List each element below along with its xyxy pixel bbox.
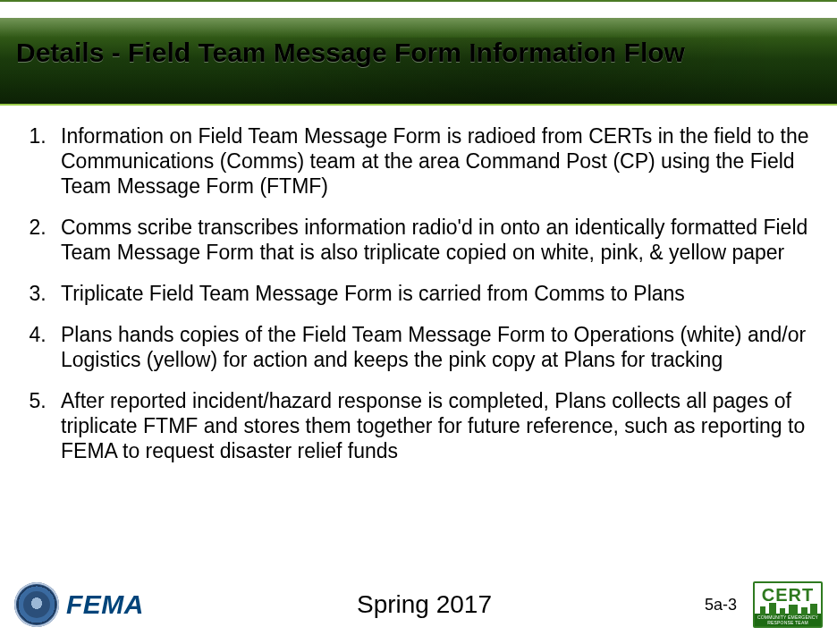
cert-full-name: COMMUNITY EMERGENCY RESPONSE TEAM [755, 614, 821, 625]
list-item: Information on Field Team Message Form i… [52, 123, 812, 199]
slide: Details - Field Team Message Form Inform… [0, 0, 837, 644]
fema-wordmark: FEMA [66, 589, 144, 620]
list-item: Triplicate Field Team Message Form is ca… [52, 281, 812, 306]
page-number: 5a-3 [705, 596, 737, 614]
numbered-list: Information on Field Team Message Form i… [25, 123, 812, 464]
content-area: Information on Field Team Message Form i… [0, 107, 837, 574]
title-band: Details - Field Team Message Form Inform… [0, 0, 837, 107]
footer: FEMA Spring 2017 5a-3 CERT COMMUNITY EME… [0, 574, 837, 644]
cert-skyline-icon [755, 603, 821, 615]
list-item: Plans hands copies of the Field Team Mes… [52, 322, 812, 372]
title-band-underline [0, 104, 837, 107]
slide-title: Details - Field Team Message Form Inform… [16, 38, 821, 68]
dhs-seal-icon [14, 582, 59, 627]
fema-logo: FEMA [14, 582, 144, 627]
list-item: Comms scribe transcribes information rad… [52, 215, 812, 265]
footer-center-text: Spring 2017 [156, 590, 692, 619]
cert-logo: CERT COMMUNITY EMERGENCY RESPONSE TEAM [753, 581, 823, 628]
footer-right: 5a-3 CERT COMMUNITY EMERGENCY RESPONSE T… [705, 581, 823, 628]
list-item: After reported incident/hazard response … [52, 388, 812, 463]
